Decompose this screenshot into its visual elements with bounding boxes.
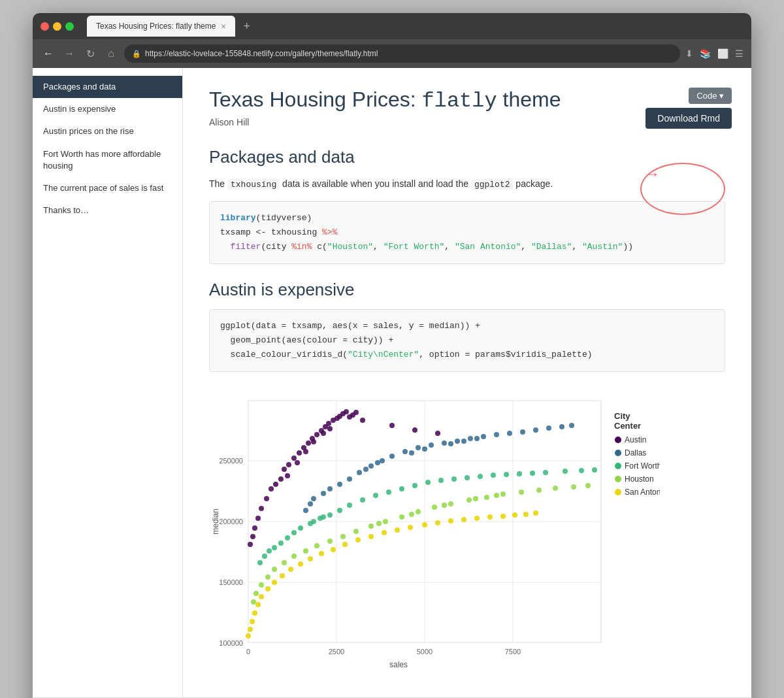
close-button[interactable] [41, 22, 49, 31]
svg-point-193 [615, 489, 621, 495]
svg-point-152 [494, 493, 499, 498]
svg-point-96 [327, 512, 333, 518]
svg-point-178 [255, 602, 261, 607]
svg-point-58 [321, 491, 326, 496]
svg-point-24 [286, 462, 291, 467]
sidebar-item-packages-and-data[interactable]: Packages and data [33, 76, 182, 98]
svg-point-148 [376, 521, 382, 526]
svg-point-84 [409, 450, 414, 456]
svg-point-110 [504, 472, 509, 477]
main-content: Code ▾ Download Rmd → Texas Housing Pric… [183, 68, 751, 697]
back-button[interactable]: ← [41, 48, 56, 59]
svg-point-62 [357, 470, 362, 475]
sidebar: Packages and data Austin is expensive Au… [33, 68, 183, 697]
svg-point-42 [250, 534, 255, 539]
svg-point-33 [326, 421, 331, 426]
svg-point-97 [337, 508, 342, 513]
chart-container: Text 100000 150000 200000 [209, 388, 725, 678]
svg-point-68 [429, 442, 434, 448]
svg-point-63 [368, 463, 374, 469]
svg-point-48 [321, 431, 326, 436]
download-rmd-button[interactable]: Download Rmd [645, 108, 732, 129]
maximize-button[interactable] [65, 22, 74, 31]
menu-icon[interactable]: ☰ [735, 48, 743, 59]
svg-point-131 [399, 514, 404, 520]
svg-point-67 [416, 445, 421, 450]
svg-text:2500: 2500 [329, 648, 344, 656]
svg-point-43 [248, 542, 253, 547]
svg-text:Dallas: Dallas [625, 448, 646, 457]
svg-point-72 [481, 434, 486, 439]
svg-point-49 [327, 426, 333, 431]
minimize-button[interactable] [53, 22, 61, 31]
svg-point-66 [402, 449, 408, 454]
svg-text:Fort Worth: Fort Worth [625, 461, 660, 471]
svg-point-46 [303, 449, 308, 454]
svg-text:150000: 150000 [219, 578, 243, 586]
svg-point-100 [373, 493, 378, 498]
forward-button[interactable]: → [61, 48, 77, 59]
sidebar-item-fort-worth[interactable]: Fort Worth has more affordable housing [33, 143, 182, 177]
svg-point-136 [484, 495, 489, 500]
svg-point-99 [360, 497, 365, 503]
svg-point-165 [382, 530, 387, 535]
svg-point-61 [347, 476, 352, 482]
svg-point-28 [306, 440, 311, 446]
url-bar[interactable]: 🔒 https://elastic-lovelace-155848.netlif… [124, 44, 680, 63]
svg-point-40 [255, 516, 261, 521]
code-button[interactable]: Code ▾ [689, 88, 732, 104]
svg-point-169 [435, 520, 440, 525]
home-button[interactable]: ⌂ [103, 48, 119, 59]
svg-text:median: median [211, 509, 220, 535]
svg-point-56 [435, 431, 440, 436]
svg-point-156 [280, 573, 285, 578]
svg-point-151 [473, 496, 478, 501]
svg-point-160 [319, 551, 324, 556]
sidebar-item-current-pace[interactable]: The current pace of sales is fast [33, 177, 182, 199]
svg-point-64 [380, 458, 385, 463]
svg-text:City: City [614, 411, 630, 421]
svg-point-174 [500, 514, 506, 519]
svg-point-59 [327, 486, 333, 491]
svg-point-26 [297, 450, 302, 456]
svg-point-166 [395, 527, 400, 533]
tab-title: Texas Housing Prices: flatly theme [96, 22, 216, 31]
svg-point-123 [291, 554, 297, 559]
svg-text:0: 0 [246, 648, 250, 656]
svg-point-157 [288, 567, 293, 572]
svg-point-20 [269, 486, 274, 491]
svg-point-133 [432, 505, 437, 510]
svg-point-179 [252, 610, 257, 616]
svg-point-76 [533, 427, 538, 433]
svg-point-175 [512, 512, 517, 518]
svg-point-168 [422, 522, 427, 527]
svg-point-90 [278, 540, 284, 546]
svg-point-142 [585, 483, 591, 488]
svg-point-118 [321, 514, 326, 520]
svg-point-69 [442, 440, 447, 446]
sidebar-item-thanks[interactable]: Thanks to… [33, 199, 182, 222]
bookmarks-icon[interactable]: 📚 [700, 48, 711, 59]
svg-point-79 [569, 423, 574, 428]
svg-point-121 [257, 560, 263, 565]
svg-point-107 [465, 475, 470, 480]
svg-point-172 [474, 516, 480, 521]
extensions-icon[interactable]: ⬜ [717, 48, 728, 59]
svg-point-189 [615, 463, 621, 469]
svg-point-22 [278, 476, 284, 482]
svg-point-146 [253, 591, 259, 596]
svg-point-60 [337, 482, 342, 487]
sidebar-item-austin-expensive[interactable]: Austin is expensive [33, 98, 182, 120]
svg-point-181 [248, 627, 253, 632]
download-icon[interactable]: ⬇ [685, 48, 693, 59]
svg-point-158 [298, 561, 303, 567]
refresh-button[interactable]: ↻ [82, 48, 98, 60]
sidebar-item-austin-prices[interactable]: Austin prices on the rise [33, 120, 182, 142]
svg-point-140 [553, 486, 558, 491]
svg-point-153 [259, 594, 264, 599]
new-tab-button[interactable]: + [238, 20, 255, 33]
window-controls [41, 22, 74, 31]
address-actions: ⬇ 📚 ⬜ ☰ [685, 48, 743, 59]
tab-close-icon[interactable]: ✕ [221, 23, 226, 30]
active-tab[interactable]: Texas Housing Prices: flatly theme ✕ [87, 16, 235, 37]
